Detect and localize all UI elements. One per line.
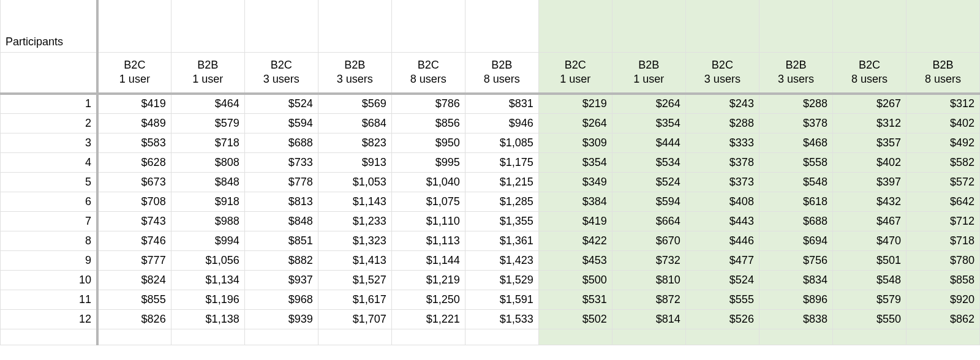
blank-cell[interactable] <box>685 0 759 52</box>
price-cell[interactable]: $524 <box>244 94 318 113</box>
column-header[interactable]: B2C3 users <box>244 52 318 94</box>
price-cell[interactable]: $558 <box>759 152 832 172</box>
price-cell[interactable] <box>171 329 244 345</box>
price-cell[interactable]: $569 <box>318 94 391 113</box>
blank-cell[interactable] <box>97 0 171 52</box>
header-blank[interactable] <box>1 52 98 94</box>
price-cell[interactable]: $994 <box>171 231 244 250</box>
price-cell[interactable]: $1,134 <box>171 270 244 290</box>
price-cell[interactable] <box>318 329 391 345</box>
column-header[interactable]: B2B1 user <box>612 52 685 94</box>
price-cell[interactable]: $1,085 <box>465 133 538 152</box>
price-cell[interactable]: $1,138 <box>171 309 244 329</box>
price-cell[interactable]: $378 <box>685 152 759 172</box>
price-cell[interactable]: $937 <box>244 270 318 290</box>
price-cell[interactable]: $1,075 <box>391 192 465 211</box>
row-number[interactable]: 1 <box>1 94 98 113</box>
price-cell[interactable]: $354 <box>538 152 612 172</box>
price-cell[interactable]: $501 <box>832 250 906 270</box>
price-cell[interactable]: $312 <box>832 113 906 133</box>
row-number[interactable]: 9 <box>1 250 98 270</box>
price-cell[interactable]: $583 <box>97 133 171 152</box>
price-cell[interactable]: $688 <box>244 133 318 152</box>
price-cell[interactable]: $349 <box>538 172 612 192</box>
price-cell[interactable]: $712 <box>906 211 979 231</box>
price-cell[interactable]: $443 <box>685 211 759 231</box>
price-cell[interactable]: $1,413 <box>318 250 391 270</box>
column-header[interactable]: B2C1 user <box>97 52 171 94</box>
blank-cell[interactable] <box>244 0 318 52</box>
row-number[interactable]: 5 <box>1 172 98 192</box>
price-cell[interactable]: $1,423 <box>465 250 538 270</box>
price-cell[interactable]: $995 <box>391 152 465 172</box>
price-cell[interactable]: $858 <box>906 270 979 290</box>
price-cell[interactable]: $1,361 <box>465 231 538 250</box>
price-cell[interactable] <box>97 329 171 345</box>
price-cell[interactable]: $834 <box>759 270 832 290</box>
price-cell[interactable]: $824 <box>97 270 171 290</box>
price-cell[interactable]: $419 <box>97 94 171 113</box>
price-cell[interactable]: $814 <box>612 309 685 329</box>
price-cell[interactable]: $1,219 <box>391 270 465 290</box>
price-cell[interactable]: $582 <box>906 152 979 172</box>
row-number[interactable]: 12 <box>1 309 98 329</box>
price-cell[interactable]: $628 <box>97 152 171 172</box>
price-cell[interactable]: $1,527 <box>318 270 391 290</box>
blank-cell[interactable] <box>538 0 612 52</box>
price-cell[interactable]: $1,323 <box>318 231 391 250</box>
price-cell[interactable]: $851 <box>244 231 318 250</box>
price-cell[interactable]: $1,175 <box>465 152 538 172</box>
price-cell[interactable]: $264 <box>612 94 685 113</box>
price-cell[interactable]: $309 <box>538 133 612 152</box>
price-cell[interactable]: $492 <box>906 133 979 152</box>
price-cell[interactable]: $855 <box>97 290 171 309</box>
price-cell[interactable]: $453 <box>538 250 612 270</box>
price-cell[interactable]: $777 <box>97 250 171 270</box>
price-cell[interactable]: $1,233 <box>318 211 391 231</box>
blank-cell[interactable] <box>318 0 391 52</box>
price-cell[interactable]: $500 <box>538 270 612 290</box>
price-cell[interactable]: $502 <box>538 309 612 329</box>
price-cell[interactable]: $1,040 <box>391 172 465 192</box>
price-cell[interactable]: $786 <box>391 94 465 113</box>
blank-cell[interactable] <box>465 0 538 52</box>
price-cell[interactable]: $708 <box>97 192 171 211</box>
column-header[interactable]: B2B3 users <box>759 52 832 94</box>
price-cell[interactable] <box>465 329 538 345</box>
price-cell[interactable]: $402 <box>832 152 906 172</box>
row-number[interactable]: 2 <box>1 113 98 133</box>
price-cell[interactable]: $1,707 <box>318 309 391 329</box>
column-header[interactable]: B2B8 users <box>465 52 538 94</box>
price-cell[interactable]: $408 <box>685 192 759 211</box>
price-cell[interactable]: $1,591 <box>465 290 538 309</box>
price-cell[interactable]: $746 <box>97 231 171 250</box>
price-cell[interactable]: $378 <box>759 113 832 133</box>
price-cell[interactable]: $1,196 <box>171 290 244 309</box>
price-cell[interactable]: $896 <box>759 290 832 309</box>
price-cell[interactable]: $594 <box>612 192 685 211</box>
price-cell[interactable]: $548 <box>759 172 832 192</box>
price-cell[interactable] <box>832 329 906 345</box>
price-cell[interactable]: $579 <box>832 290 906 309</box>
price-cell[interactable]: $808 <box>171 152 244 172</box>
price-cell[interactable]: $1,053 <box>318 172 391 192</box>
price-cell[interactable]: $1,113 <box>391 231 465 250</box>
price-cell[interactable] <box>759 329 832 345</box>
price-cell[interactable]: $333 <box>685 133 759 152</box>
price-cell[interactable]: $718 <box>906 231 979 250</box>
price-cell[interactable]: $1,221 <box>391 309 465 329</box>
row-number[interactable]: 6 <box>1 192 98 211</box>
price-cell[interactable]: $432 <box>832 192 906 211</box>
price-cell[interactable]: $913 <box>318 152 391 172</box>
price-cell[interactable]: $939 <box>244 309 318 329</box>
price-cell[interactable]: $288 <box>685 113 759 133</box>
price-cell[interactable]: $524 <box>612 172 685 192</box>
blank-cell[interactable] <box>759 0 832 52</box>
price-cell[interactable]: $946 <box>465 113 538 133</box>
price-cell[interactable]: $848 <box>244 211 318 231</box>
column-header[interactable]: B2B1 user <box>171 52 244 94</box>
price-cell[interactable]: $673 <box>97 172 171 192</box>
price-cell[interactable]: $572 <box>906 172 979 192</box>
price-cell[interactable] <box>685 329 759 345</box>
price-cell[interactable]: $1,529 <box>465 270 538 290</box>
